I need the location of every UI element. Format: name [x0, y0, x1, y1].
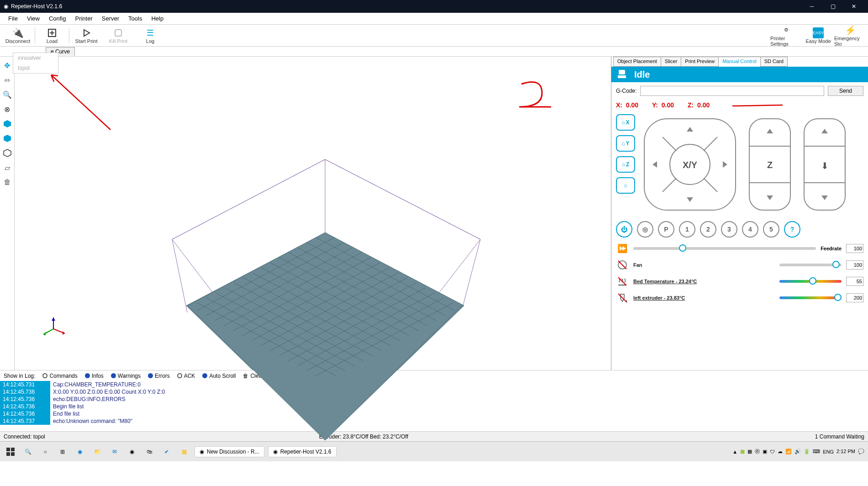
cube-tool-1[interactable] — [1, 117, 14, 131]
tab-manual-control[interactable]: Manual Control — [718, 57, 761, 67]
tab-print-preview[interactable]: Print Preview — [681, 57, 719, 67]
motor-button[interactable]: ◎ — [637, 221, 653, 238]
delete-tool[interactable]: 🗑 — [1, 175, 14, 189]
custom-2-button[interactable]: 2 — [700, 221, 716, 238]
edge-icon[interactable]: ◉ — [73, 445, 87, 459]
notifications-icon[interactable]: 💬 — [858, 449, 864, 454]
menu-server[interactable]: Server — [97, 14, 124, 23]
feedrate-value[interactable] — [846, 244, 863, 253]
pan-tool[interactable]: ⇔ — [1, 73, 14, 87]
tab-slicer[interactable]: Slicer — [661, 57, 682, 67]
help-button[interactable]: ? — [784, 221, 800, 238]
zoom-tool[interactable]: 🔍 — [1, 88, 14, 101]
start-print-button[interactable]: Start Print — [70, 25, 102, 47]
close-button[interactable]: ✕ — [843, 0, 864, 13]
tab-object-placement[interactable]: Object Placement — [613, 57, 661, 67]
start-button[interactable] — [4, 445, 17, 459]
battery-icon[interactable]: 🔋 — [804, 449, 810, 454]
svg-marker-65 — [687, 197, 693, 202]
menu-help[interactable]: Help — [147, 14, 168, 23]
log-commands-toggle[interactable]: Commands — [42, 373, 77, 379]
power-button[interactable]: ⏻ — [616, 221, 632, 238]
feedrate-slider[interactable] — [633, 247, 816, 250]
fan-value[interactable] — [846, 260, 863, 269]
menu-printer[interactable]: Printer — [70, 14, 97, 23]
log-button[interactable]: ☰ Log — [134, 25, 166, 47]
log-warnings-toggle[interactable]: Warnings — [111, 373, 141, 379]
wifi-icon[interactable]: 📶 — [785, 449, 792, 454]
extruder-temp-slider[interactable] — [779, 296, 842, 299]
taskview-button[interactable]: ⊞ — [56, 445, 69, 459]
disconnect-button[interactable]: 🔌 Disconnect — [2, 25, 34, 47]
home-y-button[interactable]: ⌂Y — [616, 135, 635, 152]
language-indicator[interactable]: ENG — [823, 449, 834, 454]
maximize-button[interactable]: ▢ — [822, 0, 843, 13]
xy-jog-pad[interactable]: X/Y — [640, 114, 740, 215]
z-value: 0.00 — [697, 101, 710, 109]
clock[interactable]: 2:12 PM — [836, 449, 855, 454]
park-button[interactable]: P — [658, 221, 674, 238]
minimize-button[interactable]: ─ — [801, 0, 822, 13]
custom-3-button[interactable]: 3 — [721, 221, 737, 238]
volume-icon[interactable]: 🔊 — [794, 449, 801, 454]
feedrate-row: ⏩ Feedrate — [611, 240, 868, 257]
emergency-stop-button[interactable]: ⚡ Emergency Sto — [834, 25, 866, 47]
extruder-temp-value[interactable] — [846, 293, 863, 302]
custom-5-button[interactable]: 5 — [763, 221, 779, 238]
taskbar-repetier[interactable]: ◉Repetier-Host V2.1.6 — [268, 446, 337, 457]
viewport-3d[interactable] — [15, 57, 611, 370]
search-button[interactable]: 🔍 — [21, 445, 35, 459]
menu-tools[interactable]: Tools — [124, 14, 147, 23]
store-icon[interactable]: 🛍 — [142, 445, 156, 459]
svg-line-57 — [732, 105, 783, 106]
gcode-input[interactable] — [640, 86, 824, 96]
mail-icon[interactable]: ✉ — [108, 445, 121, 459]
custom-4-button[interactable]: 4 — [742, 221, 758, 238]
easy-mode-button[interactable]: EASY Easy Mode — [802, 25, 834, 47]
tray-icon[interactable]: 🛡 — [770, 449, 775, 454]
keyboard-icon[interactable]: ⌨ — [813, 449, 820, 454]
toolbar: 🔌 Disconnect Load Start Print Kill Print… — [0, 25, 868, 47]
fan-slider[interactable] — [779, 264, 842, 266]
move-tool[interactable]: ✥ — [1, 58, 14, 72]
tray-icon[interactable]: ☁ — [778, 449, 783, 454]
z-jog-pad[interactable]: Z — [745, 114, 795, 215]
send-button[interactable]: Send — [828, 86, 863, 96]
dropdown-item-topol[interactable]: topol — [13, 63, 58, 73]
home-all-button[interactable]: ⌂ — [616, 177, 635, 194]
fan-icon — [616, 259, 629, 271]
parallel-tool[interactable]: ▱ — [1, 161, 14, 174]
bed-temp-slider[interactable] — [779, 280, 842, 283]
explorer-icon[interactable]: 📁 — [90, 445, 104, 459]
cortana-button[interactable]: ○ — [38, 445, 52, 459]
tab-sd-card[interactable]: SD Card — [760, 57, 788, 67]
home-x-button[interactable]: ⌂X — [616, 114, 635, 131]
menu-view[interactable]: View — [22, 14, 44, 23]
extruder-jog-pad[interactable]: ⬇ — [800, 114, 850, 215]
menu-file[interactable]: File — [4, 14, 22, 23]
app-icon-2[interactable]: ✔ — [160, 445, 174, 459]
cube-tool-2[interactable] — [1, 132, 14, 145]
printer-settings-button[interactable]: ⚙ Printer Settings — [770, 25, 802, 47]
load-button[interactable]: Load — [36, 25, 68, 47]
start-print-label: Start Print — [75, 38, 98, 44]
menu-config[interactable]: Config — [44, 14, 71, 23]
svg-marker-76 — [821, 129, 828, 133]
custom-1-button[interactable]: 1 — [679, 221, 695, 238]
taskbar-chrome[interactable]: ◉New Discussion - R... — [195, 446, 264, 457]
tray-icon[interactable]: ▦ — [740, 449, 745, 454]
cube-tool-3[interactable] — [1, 146, 14, 160]
printer-dropdown[interactable]: innosilver topol — [13, 53, 58, 74]
tray-icon[interactable]: ▣ — [763, 449, 767, 454]
dropdown-item-innosilver[interactable]: innosilver — [13, 53, 58, 63]
bed-temp-value[interactable] — [846, 277, 863, 286]
app-icon-3[interactable]: ▦ — [177, 445, 191, 459]
log-errors-toggle[interactable]: Errors — [148, 373, 170, 379]
tray-icon[interactable]: ⓔ — [755, 448, 760, 455]
tray-icon[interactable]: ▲ — [732, 449, 737, 454]
app-icon-1[interactable]: ◉ — [125, 445, 139, 459]
tray-icon[interactable]: ▦ — [747, 449, 752, 454]
log-infos-toggle[interactable]: Infos — [85, 373, 104, 379]
reset-view-tool[interactable]: ⊗ — [1, 102, 14, 116]
home-z-button[interactable]: ⌂Z — [616, 156, 635, 173]
